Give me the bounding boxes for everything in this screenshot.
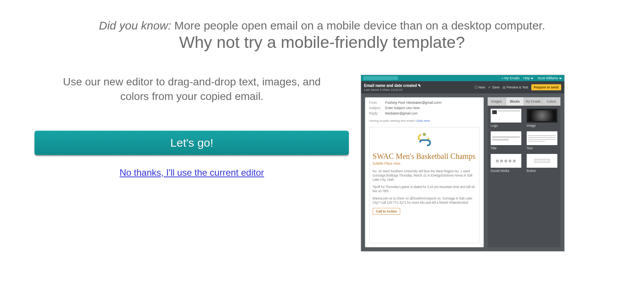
reply-value: kleebaker@gmail.com bbox=[385, 111, 417, 115]
promo-intro-line: Did you know: More people open email on … bbox=[0, 19, 644, 32]
promo-subtext: Use our new editor to drag-and-drop text… bbox=[34, 75, 349, 104]
preview-article-p3: Wanna join us to cheer on @SouthernUspor… bbox=[373, 196, 476, 205]
block-item-text: Text bbox=[527, 131, 557, 150]
image-thumb-icon bbox=[527, 109, 557, 123]
chevron-down-icon bbox=[559, 78, 562, 79]
text-thumb-icon bbox=[527, 131, 557, 145]
preview-header-fields: From:Pushing Pixel <kleebaker@gmail.com>… bbox=[365, 98, 483, 118]
topbar-help: Help bbox=[523, 76, 534, 80]
action-preview: ◎ Preview & Test bbox=[503, 85, 528, 89]
svg-point-0 bbox=[423, 133, 426, 136]
promo-header: Did you know: More people open email on … bbox=[0, 0, 644, 52]
preview-email-name: Email name and date created bbox=[364, 83, 417, 88]
logo-thumb-icon bbox=[491, 109, 521, 123]
reply-label: Reply: bbox=[369, 111, 385, 115]
action-save: ✓ Save bbox=[488, 85, 499, 89]
promo-body-row: Use our new editor to drag-and-drop text… bbox=[0, 75, 644, 252]
preview-side-tabs: Images Blocks My Emails Colors bbox=[488, 97, 560, 106]
block-item-title: Title bbox=[491, 131, 521, 150]
action-new: ☐ New bbox=[475, 85, 485, 89]
preview-call-to-action: Call to Action bbox=[373, 208, 400, 215]
preview-last-saved: Last saved 9:15am 12/31/12 bbox=[364, 88, 421, 92]
title-thumb-icon bbox=[491, 131, 521, 145]
preview-brand bbox=[363, 76, 398, 80]
promo-left-column: Use our new editor to drag-and-drop text… bbox=[0, 75, 361, 178]
chevron-down-icon bbox=[531, 78, 534, 79]
preview-body: From:Pushing Pixel <kleebaker@gmail.com>… bbox=[361, 93, 564, 251]
tab-colors: Colors bbox=[542, 97, 560, 106]
editor-preview: « My Emails Help Scott Williams Email na… bbox=[361, 75, 565, 252]
block-item-logo: Logo bbox=[491, 109, 521, 128]
action-prepare-send: Prepare to send bbox=[531, 84, 561, 90]
topbar-my-emails: « My Emails bbox=[502, 76, 519, 80]
lets-go-button[interactable]: Let's go! bbox=[34, 131, 349, 155]
subject-value: Enter Subject Line Here bbox=[385, 106, 420, 110]
topbar-user: Scott Williams bbox=[537, 76, 562, 80]
preview-email-canvas: From:Pushing Pixel <kleebaker@gmail.com>… bbox=[365, 97, 484, 247]
promo-subtext-line2: colors from your copied email. bbox=[120, 90, 263, 102]
promo-intro-prefix: Did you know: bbox=[99, 19, 171, 32]
preview-side-panel: Images Blocks My Emails Colors Logo Imag… bbox=[488, 97, 560, 247]
preview-title-left: Email name and date created ✎ Last saved… bbox=[364, 83, 421, 92]
button-thumb-icon bbox=[527, 154, 557, 168]
block-item-social: Social Media bbox=[491, 154, 521, 173]
promo-right-column: « My Emails Help Scott Williams Email na… bbox=[361, 75, 572, 252]
preview-topbar-right: « My Emails Help Scott Williams bbox=[502, 76, 562, 80]
social-thumb-icon bbox=[491, 154, 521, 168]
no-thanks-link[interactable]: No thanks, I'll use the current editor bbox=[120, 167, 264, 178]
preview-article-p1: No. 16 seed Southern University will fac… bbox=[373, 169, 476, 182]
su-logo-icon bbox=[416, 132, 433, 148]
promo-headline: Why not try a mobile-friendly template? bbox=[0, 33, 644, 52]
from-value: Pushing Pixel <kleebaker@gmail.com> bbox=[385, 101, 442, 105]
preview-topbar: « My Emails Help Scott Williams bbox=[361, 75, 564, 81]
block-item-button: Button bbox=[527, 154, 557, 173]
tab-my-emails: My Emails bbox=[524, 97, 542, 106]
preview-email-page: SWAC Men's Basketball Champs Subtitle Pl… bbox=[369, 127, 480, 243]
block-item-image: Image bbox=[527, 109, 557, 128]
preview-article-p2: Tipoff for Thursday's game is slated for… bbox=[373, 185, 476, 193]
from-label: From: bbox=[369, 101, 385, 105]
preview-logo-area bbox=[373, 131, 476, 150]
preview-title-actions: ☐ New ✓ Save ◎ Preview & Test Prepare to… bbox=[475, 84, 561, 90]
tab-images: Images bbox=[488, 97, 506, 106]
tab-blocks: Blocks bbox=[506, 97, 524, 106]
subject-label: Subject: bbox=[369, 106, 385, 110]
preview-article-headline: SWAC Men's Basketball Champs bbox=[373, 152, 476, 161]
preview-article-subtitle: Subtitle Place Here bbox=[373, 162, 476, 165]
promo-subtext-line1: Use our new editor to drag-and-drop text… bbox=[63, 76, 320, 88]
preview-blocks-grid: Logo Image Title Text bbox=[488, 106, 560, 176]
preview-titlebar: Email name and date created ✎ Last saved… bbox=[361, 81, 564, 93]
preview-trouble-line: Having trouble viewing this email? Click… bbox=[365, 118, 483, 125]
click-here-link: Click here bbox=[416, 119, 430, 123]
pencil-icon: ✎ bbox=[418, 83, 421, 88]
promo-intro-rest: More people open email on a mobile devic… bbox=[171, 19, 545, 32]
